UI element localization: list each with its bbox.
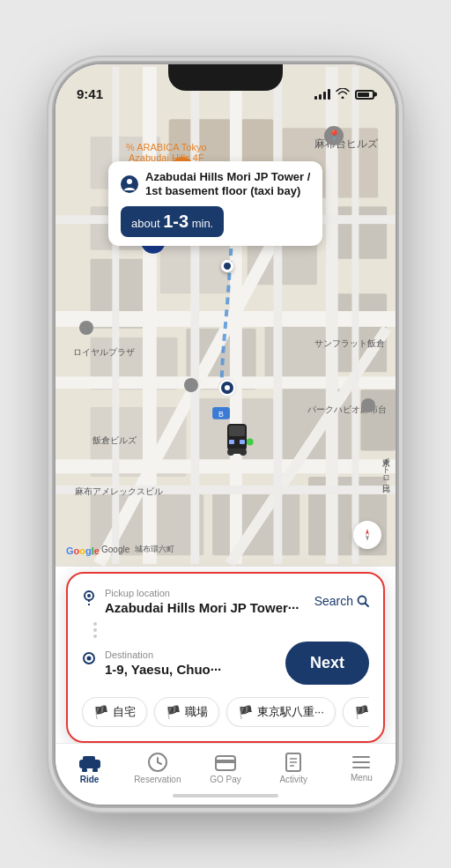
compass-button[interactable]	[353, 521, 381, 549]
haneda-flag-icon: 🏴	[354, 705, 369, 719]
pickup-tooltip-title: Azabudai Hills Mori JP Tower / 1st basem…	[145, 170, 310, 200]
bottom-panel: Pickup location Azabudai Hills Mori JP T…	[66, 572, 385, 743]
svg-line-81	[158, 762, 161, 764]
gopay-nav-label: GO Pay	[210, 775, 241, 784]
quick-destinations-row: 🏴 自宅 🏴 職場 🏴 東京駅八重··· 🏴 羽田空港（···	[82, 697, 369, 727]
map-pin-1	[78, 320, 94, 345]
signal-bars-icon	[314, 89, 330, 100]
svg-point-57	[225, 385, 230, 390]
svg-rect-31	[273, 66, 282, 563]
map-label-7: Google	[101, 545, 129, 554]
gopay-nav-icon	[215, 753, 236, 772]
svg-rect-64	[230, 449, 244, 454]
quick-dest-tokyo-station[interactable]: 🏴 東京駅八重···	[226, 697, 336, 727]
time-badge: about 1-3 min.	[121, 206, 224, 237]
map-pin-3	[360, 397, 376, 422]
ride-nav-icon	[78, 753, 101, 772]
svg-rect-22	[55, 459, 396, 473]
map-area: P B % ARABICA Tokyo Azabudai Hills 4F	[55, 64, 396, 567]
menu-nav-icon	[351, 754, 371, 770]
svg-rect-76	[83, 756, 95, 762]
pickup-text-wrap: Pickup location Azabudai Hills Mori JP T…	[105, 588, 314, 615]
svg-rect-60	[229, 440, 234, 444]
wifi-icon	[336, 88, 350, 101]
svg-point-74	[87, 656, 92, 660]
svg-point-69	[87, 594, 91, 597]
destination-icon	[82, 651, 96, 671]
nav-item-reservation[interactable]: Reservation	[123, 753, 191, 784]
quick-dest-work[interactable]: 🏴 職場	[154, 697, 219, 727]
nav-item-activity[interactable]: Activity	[260, 753, 328, 784]
svg-rect-61	[240, 440, 245, 444]
phone-wrapper: 9:41	[0, 0, 451, 868]
reservation-nav-label: Reservation	[134, 775, 181, 784]
next-button[interactable]: Next	[285, 642, 369, 685]
route-current-dot	[218, 378, 237, 401]
work-flag-icon: 🏴	[166, 705, 181, 719]
svg-text:B: B	[218, 409, 224, 418]
svg-point-65	[127, 179, 132, 184]
destination-label: Destination	[105, 649, 285, 660]
home-label: 自宅	[113, 704, 136, 720]
map-pin-2	[183, 377, 199, 402]
svg-marker-67	[366, 535, 369, 541]
map-label-4: 東京メトロ日比	[381, 452, 392, 479]
destination-left: Destination 1-9, Yaesu, Chuo···	[82, 649, 285, 677]
pickup-person-icon	[121, 175, 138, 193]
pickup-label: Pickup location	[105, 588, 314, 598]
status-icons	[314, 88, 374, 101]
quick-dest-home[interactable]: 🏴 自宅	[82, 697, 147, 727]
destination-text-wrap: Destination 1-9, Yaesu, Chuo···	[105, 649, 285, 677]
tokyo-station-flag-icon: 🏴	[238, 705, 253, 719]
route-divider	[93, 622, 369, 638]
home-flag-icon: 🏴	[93, 705, 108, 719]
search-label: Search	[314, 594, 353, 608]
pickup-value: Azabudai Hills Mori JP Tower···	[105, 600, 314, 615]
svg-rect-59	[229, 426, 245, 436]
destination-row: Destination 1-9, Yaesu, Chuo··· Next	[82, 642, 369, 685]
activity-nav-label: Activity	[279, 775, 307, 784]
menu-nav-label: Menu	[351, 773, 373, 783]
azabuhills-pin: 📍	[323, 126, 344, 158]
home-indicator	[173, 794, 278, 798]
svg-rect-83	[216, 760, 235, 763]
activity-nav-icon	[284, 753, 303, 772]
map-label-1: ロイヤルプラザ	[73, 346, 135, 359]
pickup-left: Pickup location Azabudai Hills Mori JP T…	[82, 588, 314, 615]
map-label-8: 城布環六町	[135, 544, 174, 555]
map-label-6: 飯倉ビルズ	[92, 434, 137, 447]
svg-line-72	[366, 604, 369, 607]
reservation-nav-icon	[148, 753, 167, 772]
pickup-tooltip: Azabudai Hills Mori JP Tower / 1st basem…	[108, 161, 322, 247]
svg-marker-66	[366, 529, 369, 535]
svg-text:📍: 📍	[328, 129, 341, 142]
tokyo-station-label: 東京駅八重···	[257, 704, 324, 720]
quick-dest-haneda[interactable]: 🏴 羽田空港（···	[343, 697, 369, 727]
map-label-5: 麻布アメレックスビル	[75, 486, 163, 498]
map-background: P B % ARABICA Tokyo Azabudai Hills 4F	[55, 64, 396, 567]
ride-nav-label: Ride	[80, 775, 100, 784]
status-time: 9:41	[77, 86, 103, 101]
phone-notch	[168, 64, 283, 91]
search-icon	[357, 595, 369, 607]
nav-item-ride[interactable]: Ride	[55, 753, 123, 784]
nav-item-menu[interactable]: Menu	[328, 754, 396, 783]
search-button[interactable]: Search	[314, 594, 369, 608]
pickup-location-icon	[82, 590, 96, 609]
route-destination-dot	[221, 260, 233, 272]
work-label: 職場	[185, 704, 208, 720]
taxi-car	[225, 417, 249, 452]
map-label-2: サンフラット飯倉	[314, 338, 385, 350]
phone-frame: 9:41	[54, 63, 397, 806]
battery-icon	[355, 90, 374, 100]
google-logo: Google	[66, 545, 100, 556]
nav-item-gopay[interactable]: GO Pay	[191, 753, 259, 784]
destination-value: 1-9, Yaesu, Chuo···	[105, 662, 285, 677]
pickup-row: Pickup location Azabudai Hills Mori JP T…	[82, 588, 369, 615]
